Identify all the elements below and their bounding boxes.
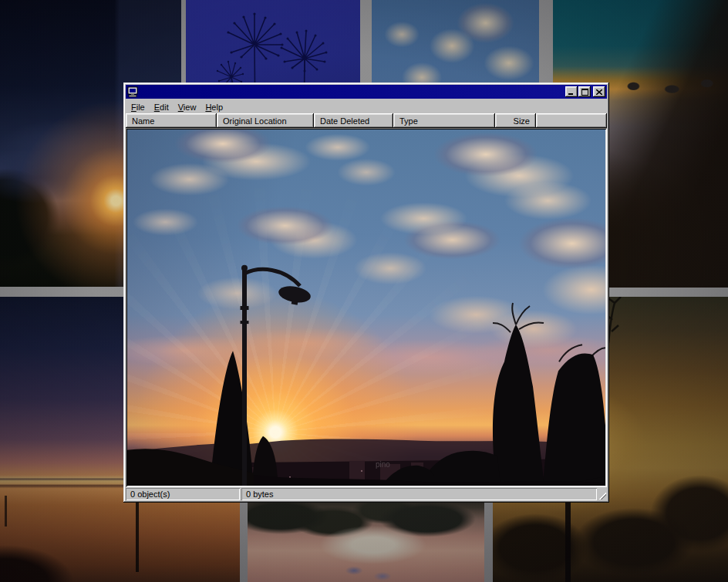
computer-icon [127,86,139,97]
menu-view[interactable]: View [174,101,201,113]
menu-bar: File Edit View Help [126,99,607,113]
photo-watermark: pino [376,460,390,469]
column-header-size[interactable]: Size [495,113,536,128]
status-object-count: 0 object(s) [126,488,240,500]
column-header-type[interactable]: Type [393,113,495,128]
minimize-icon [568,89,575,95]
recycle-bin-window: File Edit View Help Name Original Locati… [123,82,609,503]
resize-grip[interactable] [597,488,607,500]
close-button[interactable] [593,86,605,97]
menu-file[interactable]: File [126,101,150,113]
column-header-original-location[interactable]: Original Location [217,113,314,128]
menu-edit[interactable]: Edit [150,101,174,113]
column-header-name[interactable]: Name [126,113,217,128]
maximize-icon [581,89,588,96]
photo-silhouettes: pino [127,130,605,486]
file-list-viewport[interactable]: pino [126,128,607,487]
lake-pole-silhouette [136,499,139,572]
close-icon [596,89,602,95]
minimize-button[interactable] [565,86,578,97]
status-bar: 0 object(s) 0 bytes [126,488,607,500]
lake-pole-silhouette [5,496,7,526]
maximize-button[interactable] [578,86,591,97]
menu-help[interactable]: Help [201,101,228,113]
column-header-date-deleted[interactable]: Date Deleted [314,113,393,128]
column-header-filler [536,113,607,128]
window-titlebar[interactable] [126,85,607,99]
column-headers: Name Original Location Date Deleted Type… [126,113,607,128]
status-byte-count: 0 bytes [241,488,597,500]
wallpaper-sunset-lamp-photo: pino [127,130,605,486]
